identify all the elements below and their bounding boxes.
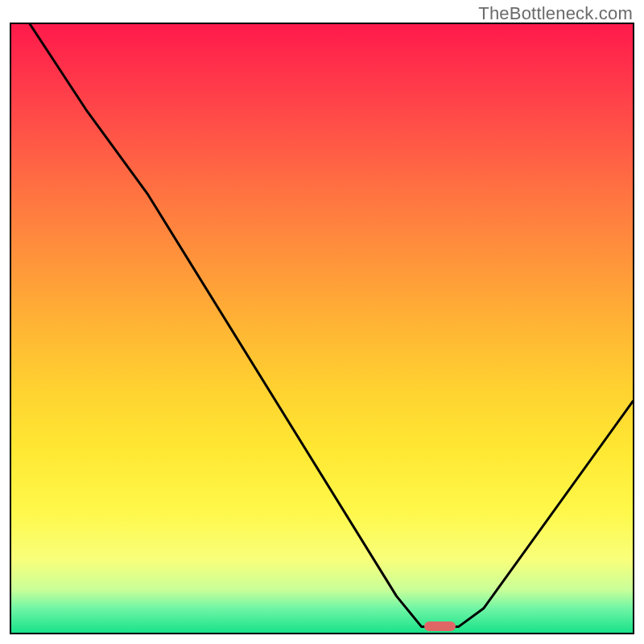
attribution-text: TheBottleneck.com [478, 3, 633, 24]
chart-frame [10, 23, 634, 634]
curve-path [30, 24, 633, 626]
bottleneck-curve [11, 24, 633, 633]
optimal-marker [424, 621, 456, 631]
